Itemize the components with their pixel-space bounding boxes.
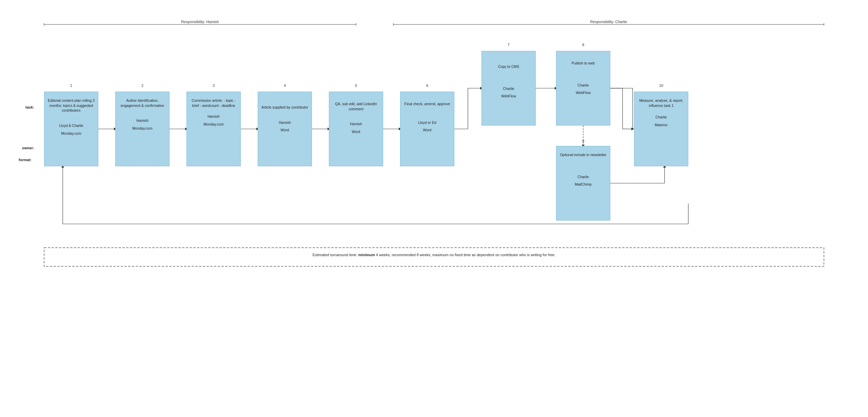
owner-label: owner: — [22, 146, 34, 150]
task-number-7: 7 — [508, 42, 510, 48]
task-format-5: Word — [331, 129, 381, 134]
task-owner-10: Charlie — [636, 115, 686, 120]
turnaround-text: Estimated turnaround time: minimum 4 wee… — [44, 253, 824, 257]
task-format-7: WebFlow — [484, 94, 533, 99]
task-format-3: Monday.com — [189, 122, 238, 127]
task-text-6: Final check, amend, approve — [402, 101, 452, 107]
task-owner-9: Charlie — [558, 174, 608, 179]
task-owner-5: Hamish — [331, 121, 381, 127]
task-owner-4: Hamish — [260, 120, 310, 125]
task-text-10: Measure, analyse, & report; influence ta… — [636, 98, 686, 108]
task-text-8: Publish to web — [558, 61, 608, 66]
task-text-3: Commission article: - topic - brief - wo… — [189, 98, 238, 108]
svg-marker-29 — [631, 128, 634, 130]
task-number-2: 2 — [141, 83, 143, 88]
turnaround-prefix: Estimated turnaround time: — [313, 253, 358, 257]
task-text-5: QA, sub edit, add LinkedIn comment — [331, 101, 381, 111]
svg-rect-41 — [44, 248, 824, 266]
task-number-10: 10 — [659, 83, 663, 88]
svg-marker-33 — [631, 128, 634, 130]
task-number-1: 1 — [70, 83, 72, 88]
task-box-5: 5 QA, sub edit, add LinkedIn comment Ham… — [329, 92, 383, 166]
task-number-8: 8 — [582, 42, 584, 48]
task-text-7: Copy to CMS — [484, 64, 533, 69]
task-number-5: 5 — [355, 83, 357, 88]
task-owner-1: Lloyd & Charlie — [46, 123, 96, 128]
svg-text:Responsibility: Charlie: Responsibility: Charlie — [590, 20, 627, 24]
task-box-9: 9 Optional include in newsletter Charlie… — [556, 146, 610, 221]
task-box-1: 1 Editorial content plan rolling 3 month… — [44, 92, 98, 166]
task-box-4: 4 Article supplied by contributor Hamish… — [258, 92, 312, 166]
task-text-1: Editorial content plan rolling 3 months:… — [46, 98, 96, 113]
task-text-4: Article supplied by contributor — [260, 105, 310, 110]
turnaround-suffix: 4 weeks; recommended 8 weeks; maximum no… — [375, 253, 556, 257]
task-text-2: Author identification, engagement & conf… — [118, 98, 167, 108]
task-box-8: 8 Publish to web Charlie WebFlow — [556, 51, 610, 126]
task-owner-2: Hamish — [118, 118, 167, 123]
task-format-2: Monday.com — [118, 126, 167, 131]
format-label: format: — [19, 158, 32, 162]
task-box-2: 2 Author identification, engagement & co… — [115, 92, 170, 166]
task-number-6: 6 — [426, 83, 428, 88]
task-box-10: 10 Measure, analyse, & report; influence… — [634, 92, 688, 166]
task-format-6: Word — [402, 128, 452, 133]
task-number-9: 9 — [582, 139, 584, 144]
task-number-3: 3 — [213, 83, 215, 88]
task-format-4: Word — [260, 128, 310, 133]
diagram-container: Responsibility: Hamish Responsibility: C… — [0, 0, 868, 417]
task-format-1: Monday.com — [46, 131, 96, 136]
task-format-10: Matomo — [636, 122, 686, 128]
task-owner-6: Lloyd or Ed — [402, 120, 452, 125]
task-owner-8: Charlie — [558, 83, 608, 88]
task-label: task: — [25, 105, 34, 109]
task-box-3: 3 Commission article: - topic - brief - … — [186, 92, 241, 166]
task-box-6: 6 Final check, amend, approve Lloyd or E… — [400, 92, 454, 166]
task-box-7: 7 Copy to CMS Charlie WebFlow — [481, 51, 536, 126]
task-number-4: 4 — [284, 83, 286, 88]
task-text-9: Optional include in newsletter — [558, 152, 608, 157]
svg-text:Responsibility: Hamish: Responsibility: Hamish — [181, 20, 219, 24]
task-format-8: WebFlow — [558, 90, 608, 95]
task-owner-7: Charlie — [484, 86, 533, 91]
arrows-svg: Responsibility: Hamish Responsibility: C… — [0, 0, 868, 417]
task-format-9: MailChimp — [558, 182, 608, 187]
task-owner-3: Hamish — [189, 114, 238, 119]
turnaround-bold: minimum — [358, 253, 375, 257]
